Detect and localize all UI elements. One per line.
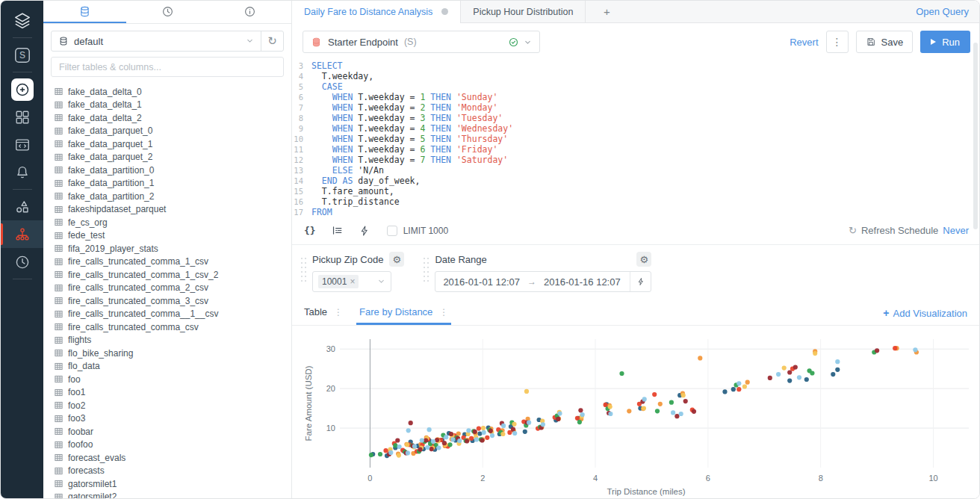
- scrollbar-thumb[interactable]: [973, 43, 978, 229]
- table-item[interactable]: fake_data_parquet_0: [43, 125, 291, 138]
- table-item[interactable]: fake_data_partition_0: [43, 164, 291, 177]
- kebab-icon[interactable]: ⋮: [439, 307, 448, 317]
- limit-checkbox-group[interactable]: LIMIT 1000: [387, 226, 448, 236]
- table-item[interactable]: foobar: [43, 425, 291, 438]
- more-options-button[interactable]: ⋮: [826, 31, 849, 53]
- add-visualization-button[interactable]: + Add Visualization: [883, 307, 967, 319]
- revert-button[interactable]: Revert: [790, 37, 818, 48]
- code-line: 12 WHEN T.weekday = 7 THEN 'Saturday': [292, 155, 979, 165]
- zip-select[interactable]: 10001 ×: [312, 271, 391, 292]
- table-item[interactable]: fire_calls_truncated_comma_1_csv: [43, 255, 291, 269]
- date-range-input[interactable]: 2016-01-01 12:07 → 2016-01-16 12:07: [435, 271, 651, 292]
- database-select[interactable]: default ↻: [51, 31, 284, 52]
- tab-daily-fare-analysis[interactable]: Daily Fare to Distance Analysis: [292, 1, 461, 22]
- table-item[interactable]: foo2: [43, 399, 291, 412]
- scrollbar[interactable]: [973, 31, 978, 479]
- table-item[interactable]: fire_calls_truncated_comma_2_csv: [43, 282, 291, 295]
- remove-tag-icon[interactable]: ×: [350, 276, 355, 287]
- svg-text:6: 6: [706, 474, 710, 483]
- table-item[interactable]: fire_calls_truncated_comma_1_csv_2: [43, 268, 291, 282]
- table-item[interactable]: foo: [43, 373, 291, 386]
- lineage-icon[interactable]: [1, 220, 43, 248]
- table-item[interactable]: fakeshipdataset_parquet: [43, 203, 291, 217]
- table-item[interactable]: foofoo: [43, 438, 291, 452]
- table-item[interactable]: fire_calls_truncated_comma_csv: [43, 320, 291, 334]
- tab-query-history[interactable]: [126, 1, 209, 23]
- kebab-icon[interactable]: ⋮: [334, 307, 343, 317]
- dashboards-icon[interactable]: [1, 103, 43, 131]
- editor-actions: {} LIMIT 1000 ↻ Refresh Schedule Never: [292, 220, 979, 244]
- table-item[interactable]: forecast_evals: [43, 451, 291, 465]
- zip-filter-settings-button[interactable]: ⚙: [389, 252, 404, 267]
- lightning-icon[interactable]: [359, 225, 370, 237]
- code-line: 8 WHEN T.weekday = 3 THEN 'Tuesday': [292, 113, 979, 123]
- drag-handle[interactable]: [424, 256, 429, 292]
- scatter-chart[interactable]: 1020300246810Trip Distance (miles)Fare A…: [301, 330, 972, 498]
- table-item[interactable]: gatorsmilet2: [43, 491, 291, 499]
- table-item[interactable]: foo3: [43, 412, 291, 426]
- unsaved-dot: [441, 8, 448, 15]
- tab-table[interactable]: Table ⋮: [301, 301, 346, 325]
- table-item[interactable]: fake_data_parquet_1: [43, 137, 291, 151]
- table-item[interactable]: fake_data_partition_1: [43, 177, 291, 190]
- table-item[interactable]: fake_data_delta_2: [43, 111, 291, 125]
- table-filter-input[interactable]: [52, 62, 283, 72]
- table-name: gatorsmilet2: [68, 492, 117, 498]
- table-item[interactable]: fede_test: [43, 229, 291, 243]
- refresh-schedule-value[interactable]: Never: [943, 225, 969, 236]
- table-item[interactable]: foo1: [43, 386, 291, 400]
- limit-checkbox[interactable]: [387, 226, 397, 236]
- svg-text:4: 4: [593, 474, 598, 483]
- table-item[interactable]: forecasts: [43, 465, 291, 478]
- table-item[interactable]: fire_calls_truncated_comma__1__csv: [43, 308, 291, 321]
- save-button[interactable]: Save: [856, 31, 914, 53]
- quick-range-button[interactable]: [630, 272, 651, 291]
- visualization-tabs: Table ⋮ Fare by Distance ⋮ + Add Visuali…: [292, 301, 979, 326]
- divider: [13, 72, 32, 72]
- indent-icon[interactable]: [331, 224, 344, 237]
- endpoint-select[interactable]: Starter Endpoint (S): [303, 31, 540, 53]
- open-query-link[interactable]: Open Query: [916, 1, 969, 22]
- notifications-icon[interactable]: [1, 158, 43, 186]
- tab-fare-by-distance[interactable]: Fare by Distance ⋮: [356, 301, 451, 325]
- format-query-icon[interactable]: {}: [304, 225, 316, 236]
- svg-text:10: 10: [928, 474, 937, 483]
- table-name: foo: [68, 374, 81, 385]
- date-start[interactable]: 2016-01-01 12:07: [435, 276, 527, 288]
- table-item[interactable]: fake_data_partition_2: [43, 190, 291, 203]
- table-item[interactable]: flo_data: [43, 360, 291, 374]
- tab-database[interactable]: [43, 1, 126, 23]
- chevron-down-icon: [246, 36, 254, 47]
- date-end[interactable]: 2016-01-16 12:07: [536, 276, 628, 288]
- date-filter-settings-button[interactable]: ⚙: [636, 252, 651, 267]
- drag-handle[interactable]: [301, 256, 307, 292]
- new-tab-button[interactable]: +: [586, 1, 627, 22]
- new-query-button[interactable]: [1, 75, 43, 103]
- svg-text:8: 8: [819, 474, 823, 483]
- table-item[interactable]: flo_bike_sharing: [43, 347, 291, 360]
- table-item[interactable]: fe_cs_org: [43, 216, 291, 229]
- tab-pickup-hour-distribution[interactable]: Pickup Hour Distribution: [461, 1, 586, 22]
- table-name: fake_data_partition_2: [68, 191, 154, 202]
- table-item[interactable]: fake_data_delta_0: [43, 85, 291, 99]
- query-snippets-icon[interactable]: [1, 131, 43, 158]
- refresh-database-button[interactable]: ↻: [261, 31, 283, 51]
- table-item[interactable]: fire_calls_truncated_comma_3_csv: [43, 294, 291, 308]
- s-workspace-icon[interactable]: S: [1, 41, 43, 69]
- run-button[interactable]: Run: [920, 31, 970, 53]
- table-item[interactable]: fifa_2019_player_stats: [43, 242, 291, 255]
- sql-editor[interactable]: 3SELECT4 T.weekday,5 CASE6 WHEN T.weekda…: [292, 53, 979, 220]
- table-name: forecast_evals: [68, 453, 125, 463]
- shapes-icon[interactable]: [1, 193, 43, 220]
- tab-info[interactable]: [208, 1, 291, 23]
- chevron-down-icon: [377, 275, 385, 288]
- scatter-chart-block: 1020300246810Trip Distance (miles)Fare A…: [292, 326, 979, 499]
- history-icon[interactable]: [1, 248, 43, 276]
- document-tabs: Daily Fare to Distance Analysis Pickup H…: [292, 1, 979, 23]
- table-item[interactable]: flights: [43, 334, 291, 347]
- table-item[interactable]: fake_data_delta_1: [43, 99, 291, 112]
- svg-text:Fare Amount (USD): Fare Amount (USD): [304, 365, 313, 441]
- table-item[interactable]: gatorsmilet1: [43, 477, 291, 491]
- table-item[interactable]: fake_data_parquet_2: [43, 151, 291, 164]
- table-name: fire_calls_truncated_comma_1_csv: [68, 256, 208, 267]
